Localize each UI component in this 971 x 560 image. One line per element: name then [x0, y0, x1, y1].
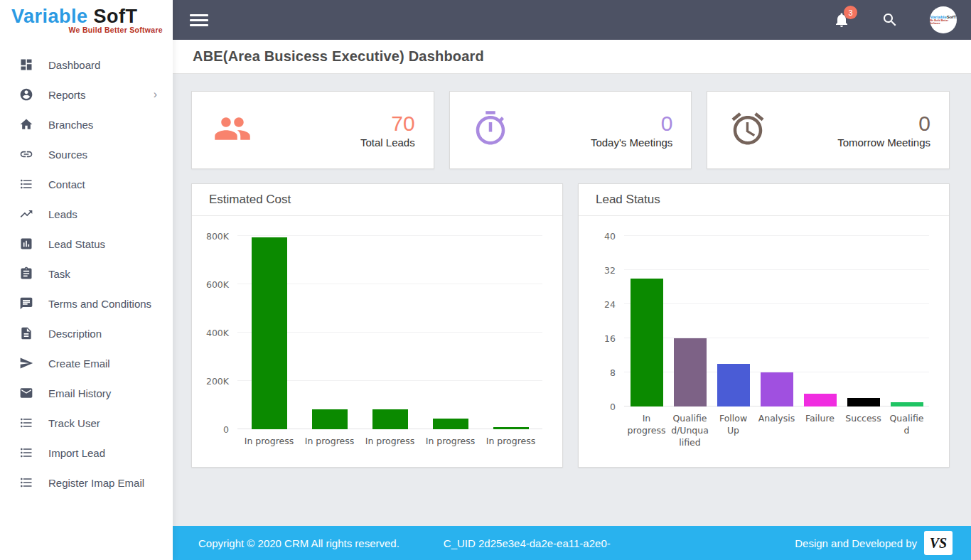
main-column: 3 VariableSofT We Build Better Software …	[173, 0, 971, 560]
x-tick-label: Qualified/Unqualified	[668, 413, 712, 449]
sidebar-item-contact[interactable]: Contact	[0, 169, 173, 199]
estimated-cost-chart: 0200K400K600K800KIn progressIn progressI…	[192, 216, 562, 448]
sidebar-item-leads[interactable]: Leads	[0, 199, 173, 229]
sidebar-item-dashboard[interactable]: Dashboard	[0, 50, 173, 80]
y-tick-label: 800K	[196, 231, 229, 242]
stat-label: Total Leads	[360, 136, 415, 149]
bar-in-progress	[631, 279, 663, 406]
x-tick-label: In progress	[625, 413, 668, 449]
list-icon	[18, 445, 34, 461]
sidebar-item-label: Leads	[48, 208, 77, 220]
sidebar-item-label: Branches	[48, 119, 93, 131]
x-tick-label: In progress	[299, 436, 360, 448]
topbar: 3 VariableSofT We Build Better Software	[173, 0, 971, 40]
bar-follow-up	[717, 364, 750, 406]
chart-card-estimated-cost: Estimated Cost 0200K400K600K800KIn progr…	[191, 183, 563, 468]
titlebar: ABE(Area Busicess Executive) Dashboard	[173, 40, 971, 74]
sidebar-item-label: Terms and Conditions	[48, 298, 151, 310]
page-title: ABE(Area Busicess Executive) Dashboard	[193, 48, 484, 65]
sidebar-item-task[interactable]: Task	[0, 259, 173, 289]
sidebar-item-label: Description	[48, 328, 102, 340]
x-tick-label: In progress	[481, 436, 541, 448]
sidebar-item-sources[interactable]: Sources	[0, 139, 173, 169]
y-tick-label: 400K	[196, 328, 229, 338]
sidebar-item-label: Track User	[48, 417, 100, 429]
sidebar-item-terms-and-conditions[interactable]: Terms and Conditions	[0, 289, 173, 318]
sidebar-item-label: Task	[48, 268, 70, 280]
stat-value: 70	[360, 112, 415, 135]
y-tick-label: 0	[196, 424, 229, 435]
lead-status-chart: 0816243240In progressQualified/Unqualifi…	[579, 216, 949, 449]
chat-list-icon	[18, 296, 34, 311]
footer-uid: C_UID 2d25e3e4-da2e-ea11-a2e0-	[444, 537, 611, 549]
x-tick-label: Analysis	[755, 413, 798, 449]
alarm-clock-icon	[729, 109, 767, 151]
sidebar-item-description[interactable]: Description	[0, 318, 173, 348]
sidebar-item-track-user[interactable]: Track User	[0, 408, 173, 438]
person-icon	[18, 87, 34, 102]
brand-name-primary: Variable	[11, 6, 88, 27]
charts-row: Estimated Cost 0200K400K600K800KIn progr…	[191, 183, 950, 468]
list-icon	[18, 415, 34, 431]
sidebar: Variable SofT We Build Better Software D…	[0, 0, 173, 560]
stat-label: Today's Meetings	[591, 136, 672, 149]
app-root: Variable SofT We Build Better Software D…	[0, 0, 971, 560]
sidebar-item-register-imap-email[interactable]: Register Imap Email	[0, 468, 173, 497]
sidebar-item-label: Register Imap Email	[48, 477, 144, 489]
sidebar-item-email-history[interactable]: Email History	[0, 378, 173, 408]
search-button[interactable]	[881, 11, 898, 28]
bar-analysis	[761, 372, 793, 406]
brand-name-secondary: SofT	[94, 6, 138, 27]
stat-card-todays-meetings: 0 Today's Meetings	[449, 91, 692, 169]
bar-in-progress	[493, 427, 529, 429]
vs-monogram-logo: VS	[924, 531, 953, 555]
footer-copyright: Copyright © 2020 CRM All rights reserved…	[198, 537, 399, 549]
y-tick-label: 600K	[196, 279, 229, 290]
trending-up-icon	[18, 206, 34, 222]
notification-badge: 3	[844, 6, 857, 19]
bar-in-progress	[433, 419, 468, 429]
footer-credit: Design and Developed by	[795, 537, 917, 549]
link-icon	[18, 146, 34, 162]
user-avatar[interactable]: VariableSofT We Build Better Software	[930, 6, 957, 33]
chart-card-lead-status: Lead Status 0816243240In progressQualifi…	[578, 183, 950, 468]
x-tick-label: Qualified	[885, 413, 928, 449]
chart-title: Lead Status	[596, 193, 932, 207]
sidebar-item-create-email[interactable]: Create Email	[0, 348, 173, 378]
stat-value: 0	[837, 112, 930, 135]
search-icon	[881, 11, 898, 28]
bar-chart-icon	[18, 236, 34, 252]
y-tick-label: 0	[583, 402, 616, 412]
people-icon	[213, 109, 252, 151]
x-tick-label: In progress	[420, 436, 481, 448]
bars-row	[237, 236, 542, 429]
bar-in-progress	[312, 409, 348, 429]
y-tick-label: 16	[583, 333, 616, 344]
x-tick-label: In progress	[360, 436, 420, 448]
x-tick-label: Follow Up	[712, 413, 755, 449]
sidebar-item-import-lead[interactable]: Import Lead	[0, 438, 173, 468]
sidebar-item-reports[interactable]: Reports ›	[0, 80, 173, 109]
sidebar-item-label: Create Email	[48, 357, 110, 370]
home-icon	[18, 117, 34, 132]
hamburger-menu-icon[interactable]	[190, 11, 208, 29]
list-icon	[18, 176, 34, 192]
send-icon	[18, 355, 34, 371]
x-tick-label: Success	[842, 413, 885, 449]
sidebar-item-label: Sources	[48, 149, 87, 161]
bar-success	[847, 398, 880, 406]
x-tick-label: Failure	[798, 413, 842, 449]
y-tick-label: 32	[583, 265, 616, 276]
chevron-right-icon: ›	[154, 89, 157, 100]
clipboard-icon	[18, 266, 34, 281]
stat-card-tomorrow-meetings: 0 Tomorrow Meetings	[707, 91, 950, 169]
footer: Copyright © 2020 CRM All rights reserved…	[173, 526, 971, 560]
notifications-button[interactable]: 3	[833, 11, 850, 28]
sidebar-item-label: Lead Status	[48, 238, 105, 250]
sidebar-item-label: Contact	[48, 178, 85, 190]
bar-qualified	[891, 402, 923, 406]
sidebar-item-branches[interactable]: Branches	[0, 109, 173, 139]
sidebar-item-lead-status[interactable]: Lead Status	[0, 229, 173, 259]
list-icon	[18, 475, 34, 490]
sidebar-nav: Dashboard Reports › Branches Sources Con…	[0, 40, 173, 497]
